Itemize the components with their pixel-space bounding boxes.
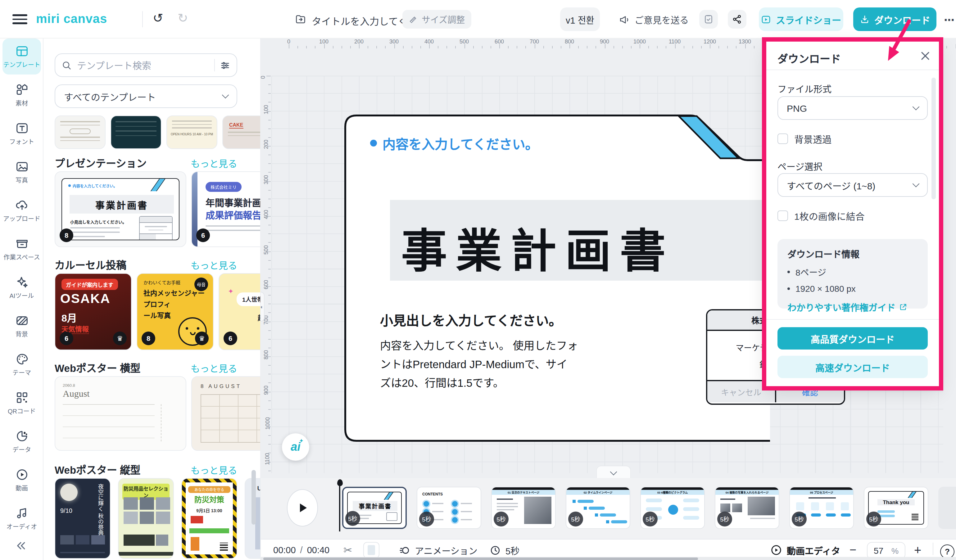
slide-thumbnail-2[interactable]: CONTENTS5秒	[417, 487, 481, 529]
ai-assistant-button[interactable]: ai✦	[282, 433, 309, 461]
see-more-link[interactable]: もっと見る	[191, 463, 237, 476]
redo-button[interactable]: ↻	[178, 12, 188, 24]
filter-sliders-icon[interactable]	[220, 60, 230, 71]
template-thumb-menu-3[interactable]: OPEN HOURS 10 AM - 10 PM	[167, 115, 217, 149]
canvas-subheading-text[interactable]: 小見出しを入力してください。	[380, 310, 562, 329]
template-card-calendar-august[interactable]: 2060.8 August	[55, 376, 186, 451]
sidebar-item-theme[interactable]: テーマ	[3, 346, 41, 382]
sidebar-item-upload[interactable]: アップロード	[3, 192, 41, 228]
template-search-box[interactable]	[55, 53, 237, 77]
v1-switch-button[interactable]: v1 전환	[560, 8, 600, 31]
document-title-input[interactable]: タイトルを入力してく...	[312, 14, 415, 27]
sidebar-item-background[interactable]: 背景	[3, 308, 41, 344]
dialog-cancel-button[interactable]: キャンセル	[707, 381, 776, 402]
share-button[interactable]	[728, 10, 747, 28]
template-card-annual-report[interactable]: 株式会社ミリ 年間事業計画 成果評価報告 6	[191, 171, 261, 247]
canvas-body-text[interactable]: 内容を入力してください。 使用したフォ ントはPretendard JP-Med…	[380, 337, 578, 392]
template-card-calendar-8august[interactable]: 8 AUGUST	[191, 376, 261, 451]
fast-download-button[interactable]: 高速ダウンロード	[777, 356, 928, 378]
template-card-disaster-prevention[interactable]: あなたの命を守る 防災対策 9月1日 13:00	[181, 478, 237, 559]
scrollbar-thumb[interactable]	[263, 557, 698, 560]
save-status-button[interactable]	[699, 10, 718, 28]
split-scissors-button[interactable]: ✂	[343, 541, 352, 559]
panel-scrollbar-thumb[interactable]	[931, 78, 936, 199]
template-card-autumn-festival[interactable]: 夜空に輝く 秋の祭典 9/10	[55, 478, 110, 559]
checkbox-box[interactable]	[777, 134, 788, 144]
premium-crown-badge: ♛	[113, 332, 127, 345]
slide-thumbnail-3[interactable]: 01 目次のテキストページ5秒	[491, 487, 556, 529]
background-icon	[14, 313, 29, 328]
sidebar-item-template[interactable]: テンプレート	[3, 38, 41, 74]
file-format-select[interactable]: PNG	[777, 96, 928, 120]
see-more-link[interactable]: もっと見る	[191, 258, 237, 271]
template-card-business-plan[interactable]: 内容を入力してください。 事業計画書 小見出しを入力してください。 8	[55, 171, 186, 247]
slide-thumbnail-6[interactable]: 04 複数の写真を入れられるページ5秒	[715, 487, 779, 529]
ruler-tick	[605, 44, 605, 49]
zoom-unit: %	[892, 546, 899, 555]
sidebar-item-qr-code[interactable]: QRコード	[3, 385, 41, 421]
transparent-bg-checkbox[interactable]: 背景透過	[777, 132, 832, 145]
copyright-guide-link[interactable]: わかりやすい著作権ガイド	[788, 300, 918, 313]
close-icon[interactable]	[920, 51, 930, 61]
undo-button[interactable]: ↺	[153, 12, 164, 24]
main-menu-button[interactable]	[13, 14, 27, 24]
slide-thumbnail-5[interactable]: 03 6種類のピクトグラム5秒	[640, 487, 705, 529]
zoom-value-input[interactable]: 57	[874, 546, 883, 556]
template-thumb-menu-2[interactable]	[110, 115, 162, 149]
see-more-link[interactable]: もっと見る	[191, 361, 237, 374]
page-select-select[interactable]: すべてのページ (1~8)	[777, 173, 928, 197]
preview-play-button[interactable]	[287, 489, 318, 527]
checkbox-box[interactable]	[777, 211, 788, 221]
sidebar-item-data[interactable]: データ	[3, 423, 41, 459]
zoom-out-button[interactable]: −	[849, 541, 856, 559]
v-ruler-label: 300	[263, 175, 269, 184]
template-card-osaka[interactable]: ガイドが案内します OSAKA 8月 天気情報 6 ♛	[55, 273, 132, 350]
page-thumbnail-button[interactable]	[363, 541, 379, 559]
more-options-button[interactable]: ⋯	[944, 14, 955, 27]
slideshow-button[interactable]: スライドショー	[759, 8, 843, 31]
hq-download-button[interactable]: 高品質ダウンロード	[777, 327, 928, 349]
slide-thumbnail-8[interactable]: Thank you5秒	[864, 487, 928, 529]
size-adjust-button[interactable]: サイズ調整	[403, 10, 471, 28]
search-input[interactable]	[77, 60, 209, 71]
slide-duration-badge: 5秒	[568, 511, 583, 527]
sidebar-item-font[interactable]: フォント	[3, 115, 41, 151]
canvas-bullet-text[interactable]: 内容を入力してください。	[382, 134, 538, 153]
slide-filmstrip: 事業計画書5秒CONTENTS5秒01 目次のテキストページ5秒02 タイムライ…	[261, 478, 956, 539]
template-category-dropdown[interactable]: すべてのテンプレート	[55, 85, 237, 108]
template-card-single-household[interactable]: 1人世帯 ✦ 趣味のプ 紹介し 6	[219, 273, 261, 350]
megaphone-icon	[618, 13, 630, 25]
filmstrip-collapse-button[interactable]	[596, 466, 631, 478]
download-button[interactable]: ダウンロード	[853, 8, 936, 31]
sidebar-item-ai-tools[interactable]: AIツール	[3, 269, 41, 305]
animation-button[interactable]: アニメーション	[399, 541, 478, 559]
template-thumb-menu-4[interactable]: CAKE	[222, 115, 261, 149]
partial-slide-thumbnail[interactable]	[938, 487, 956, 529]
template-card-disaster-goods[interactable]: 防災用品セレクション	[118, 478, 174, 559]
page-duration-button[interactable]: 5秒	[489, 541, 519, 559]
slide-thumbnail-7[interactable]: 05 プロセスページ5秒	[789, 487, 854, 529]
feedback-button[interactable]: ご意見を送る	[618, 10, 689, 28]
see-more-link[interactable]: もっと見る	[191, 156, 237, 170]
zoom-in-button[interactable]: +	[914, 541, 921, 559]
slide-thumbnail-1[interactable]: 事業計画書5秒	[342, 487, 407, 529]
top-bar: miri canvas ↺ ↻ タイトルを入力してく... サイズ調整 v1 전…	[0, 0, 956, 38]
h-ruler-label: 600	[495, 38, 504, 45]
sidebar-item-video[interactable]: 動画	[3, 462, 41, 498]
combine-checkbox[interactable]: 1枚の画像に結合	[777, 209, 865, 222]
template-card-messenger-profile[interactable]: かわいくてお手軽 母音 社内メッセンジャー プロフィ ール写真 8 ♛	[137, 273, 214, 350]
panel-scrollbar-thumb[interactable]	[252, 470, 256, 525]
template-thumb-menu-1[interactable]	[55, 115, 105, 149]
sidebar-item-audio[interactable]: オーディオ	[3, 500, 41, 536]
sidebar-item-photo[interactable]: 写真	[3, 154, 41, 190]
timeline-playhead[interactable]	[339, 481, 340, 532]
horizontal-scrollbar[interactable]	[261, 557, 956, 560]
star-burst-icon: ✦	[228, 288, 233, 296]
slide-thumbnail-4[interactable]: 02 タイムラインページ5秒	[566, 487, 630, 529]
sidebar-collapse-button[interactable]	[14, 539, 27, 552]
sidebar-item-assets[interactable]: 素材	[3, 77, 41, 113]
miricanvas-logo[interactable]: miri canvas	[36, 12, 107, 26]
sidebar-item-workspace[interactable]: 作業スペース	[3, 231, 41, 267]
canvas-title-text[interactable]: 事業計画書	[401, 214, 675, 280]
video-editor-button[interactable]: 動画エディタ	[770, 541, 840, 559]
